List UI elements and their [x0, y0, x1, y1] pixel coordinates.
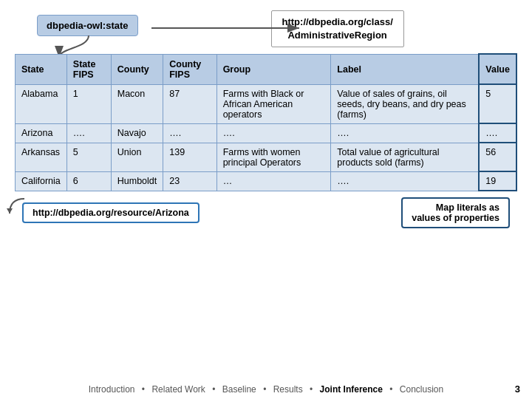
svg-marker-2: [7, 208, 13, 214]
resource-link-box[interactable]: http://dbpedia.org/resource/Arizona: [22, 202, 200, 223]
cell-county-fips: 23: [163, 171, 216, 191]
footer-bullet-3: •: [263, 384, 266, 395]
footer-bullet-1: •: [142, 384, 145, 395]
col-header-label: Label: [331, 54, 479, 84]
top-area: dbpedia-owl:state http://dbpedia.org/cla…: [15, 7, 517, 47]
map-literals-box: Map literals as values of properties: [401, 197, 510, 228]
footer-bullet-2: •: [212, 384, 215, 395]
cell-county: Union: [111, 143, 163, 171]
cell-county: Navajo: [111, 123, 163, 143]
table-body: Alabama1Macon87Farms with Black or Afric…: [16, 84, 517, 191]
cell-label: Value of sales of grains, oil seeds, dry…: [331, 84, 479, 123]
col-header-state-fips: State FIPS: [66, 54, 111, 84]
california-arrow-svg: [6, 195, 28, 217]
table-header-row: State State FIPS County County FIPS Grou…: [16, 54, 517, 84]
data-table-wrapper: State State FIPS County County FIPS Grou…: [15, 53, 517, 191]
cell-county-fips: 139: [163, 143, 216, 171]
cell-state-fips: 6: [66, 171, 111, 191]
cell-state-fips: 5: [66, 143, 111, 171]
cell-value: ….: [479, 123, 516, 143]
col-header-county-fips: County FIPS: [163, 54, 216, 84]
data-table: State State FIPS County County FIPS Grou…: [15, 53, 517, 191]
footer-joint-inference[interactable]: Joint Inference: [320, 384, 383, 395]
footer-bullet-4: •: [310, 384, 313, 395]
cell-label: ….: [331, 171, 479, 191]
table-row: Arkansas5Union139Farms with women princi…: [16, 143, 517, 171]
cell-county: Macon: [111, 84, 163, 123]
col-header-group: Group: [216, 54, 331, 84]
footer-nav: Introduction • Related Work • Baseline •…: [0, 384, 532, 395]
cell-group: ….: [216, 123, 331, 143]
cell-group: Farms with women principal Operators: [216, 143, 331, 171]
arrow-svg: [15, 7, 517, 55]
table-row: Arizona….Navajo….….….….: [16, 123, 517, 143]
page-number: 3: [515, 383, 520, 395]
col-header-value: Value: [479, 54, 516, 84]
col-header-state: State: [16, 54, 67, 84]
footer-related-work[interactable]: Related Work: [151, 384, 205, 395]
cell-value: 5: [479, 84, 516, 123]
main-container: dbpedia-owl:state http://dbpedia.org/cla…: [0, 0, 532, 228]
cell-state: Arkansas: [16, 143, 67, 171]
cell-group: …: [216, 171, 331, 191]
cell-state: California: [16, 171, 67, 191]
table-row: Alabama1Macon87Farms with Black or Afric…: [16, 84, 517, 123]
cell-county-fips: ….: [163, 123, 216, 143]
cell-value: 56: [479, 143, 516, 171]
bottom-area: http://dbpedia.org/resource/Arizona Map …: [15, 197, 517, 228]
cell-value: 19: [479, 171, 516, 191]
cell-state: Alabama: [16, 84, 67, 123]
footer-bullet-5: •: [389, 384, 392, 395]
footer-conclusion[interactable]: Conclusion: [400, 384, 443, 395]
cell-group: Farms with Black or African American ope…: [216, 84, 331, 123]
col-header-county: County: [111, 54, 163, 84]
cell-county: Humboldt: [111, 171, 163, 191]
cell-state-fips: 1: [66, 84, 111, 123]
cell-label: Total value of agricultural products sol…: [331, 143, 479, 171]
map-literals-line1: Map literals as: [436, 202, 499, 213]
cell-label: ….: [331, 123, 479, 143]
table-row: California6Humboldt23…….19: [16, 171, 517, 191]
footer-results[interactable]: Results: [273, 384, 303, 395]
cell-state: Arizona: [16, 123, 67, 143]
cell-state-fips: ….: [66, 123, 111, 143]
footer-introduction[interactable]: Introduction: [89, 384, 135, 395]
map-literals-line2: values of properties: [412, 213, 499, 223]
footer-baseline[interactable]: Baseline: [222, 384, 256, 395]
cell-county-fips: 87: [163, 84, 216, 123]
